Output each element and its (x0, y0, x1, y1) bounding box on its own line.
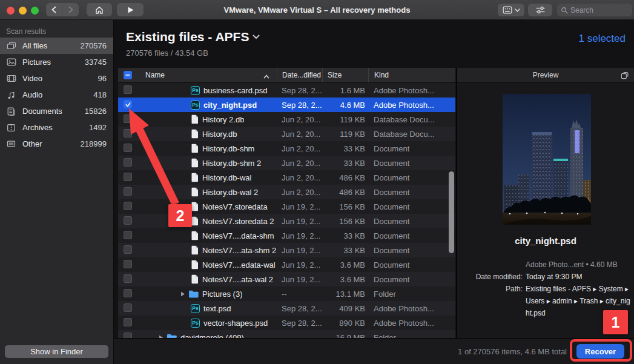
row-checkbox[interactable] (124, 85, 132, 94)
sidebar-item-other[interactable]: Other218999 (0, 136, 113, 152)
preview-filename: city_night.psd (457, 236, 634, 246)
table-header: Name Date...dified Size Kind (118, 68, 455, 83)
selection-summary: 1 of 270576 items, 4.6 MB total (458, 347, 567, 356)
file-count-summary: 270576 files / 43.54 GB (126, 48, 208, 58)
document-file-icon (191, 260, 199, 270)
row-checkbox[interactable] (124, 303, 132, 312)
date-modified-value: Today at 9:30 PM (526, 271, 630, 283)
path-label: Path: (462, 283, 523, 319)
row-checkbox[interactable] (124, 100, 132, 108)
document-file-icon (191, 173, 199, 182)
table-row[interactable]: Pscity_night.psdSep 28, 2...4.6 MBAdobe … (118, 98, 455, 112)
search-field[interactable] (557, 4, 632, 16)
document-file-icon (191, 144, 199, 153)
table-row[interactable]: History 2.dbJun 2, 20...119 KBDatabase D… (118, 112, 455, 127)
recover-button[interactable]: Recover (576, 344, 624, 359)
row-checkbox[interactable] (124, 158, 132, 167)
show-in-finder-button[interactable]: Show in Finder (5, 345, 108, 358)
item-count: 33745 (85, 58, 107, 67)
row-checkbox[interactable] (124, 129, 132, 137)
filter-button[interactable] (528, 4, 552, 16)
table-row[interactable]: NotesV7....data-shmJun 19, 2...33 KBDocu… (118, 228, 455, 243)
chevron-down-icon (253, 35, 260, 39)
table-row[interactable]: Psvector-shapes.psdSep 28, 2...890 KBAdo… (118, 316, 455, 330)
window-titlebar: VMware, VMware Virtual S – All recovery … (0, 0, 634, 20)
city-night-image (503, 94, 591, 225)
folder-icon (167, 334, 177, 339)
row-checkbox[interactable] (124, 318, 132, 326)
row-checkbox[interactable] (124, 114, 132, 123)
sidebar: Scan results All files270576Pictures3374… (0, 20, 114, 364)
item-count: 218999 (81, 139, 107, 148)
scan-session-title-dropdown[interactable]: Existing files - APFS (126, 30, 260, 44)
table-row[interactable]: NotesV7....ata-wal 2Jun 19, 2...3.6 MBDo… (118, 272, 455, 286)
disclosure-triangle-icon[interactable] (180, 291, 185, 297)
column-header-kind[interactable]: Kind (368, 68, 455, 82)
other-icon (7, 139, 17, 148)
chevron-left-icon (51, 6, 57, 13)
table-row[interactable]: davidmorelo (409)--16.9 MBFolder (118, 330, 455, 338)
row-checkbox[interactable] (124, 289, 132, 297)
item-count: 418 (93, 90, 107, 99)
row-checkbox[interactable] (124, 274, 132, 283)
annotation-step-1-badge: 1 (603, 310, 628, 334)
item-count: 96 (98, 74, 107, 83)
table-row[interactable]: History.db-shm 2Jun 2, 20...33 KBDocumen… (118, 156, 455, 170)
sidebar-item-video[interactable]: Video96 (0, 70, 113, 87)
table-row[interactable]: Pictures (3)--13.1 MBFolder (118, 286, 455, 301)
annotation-step-2-badge: 2 (168, 204, 192, 227)
start-scan-button[interactable] (117, 3, 144, 16)
column-header-date-modified[interactable]: Date...dified (277, 68, 322, 82)
table-row[interactable]: Pstext.psdSep 28, 2...409 KBAdobe Photos… (118, 301, 455, 316)
row-checkbox[interactable] (124, 231, 132, 239)
table-row[interactable]: History.dbJun 2, 20...119 KBDatabase Doc… (118, 127, 455, 141)
search-input[interactable] (570, 6, 626, 15)
audio-icon (7, 90, 17, 99)
item-count: 270576 (81, 41, 107, 50)
sidebar-item-pictures[interactable]: Pictures33745 (0, 54, 113, 70)
open-preview-window-icon[interactable] (621, 71, 629, 81)
table-row[interactable]: Psbusiness-card.psdSep 28, 2...1.6 MBAdo… (118, 83, 455, 98)
table-row[interactable]: NotesV7....edata-walJun 19, 2...3.6 MBDo… (118, 257, 455, 272)
forward-button[interactable] (62, 3, 79, 16)
page-title: Existing files - APFS (126, 30, 249, 44)
all-files-icon (7, 41, 17, 50)
row-checkbox[interactable] (124, 173, 132, 181)
sidebar-item-archives[interactable]: Archives1492 (0, 119, 113, 136)
row-checkbox[interactable] (124, 260, 132, 268)
document-file-icon (191, 231, 199, 240)
table-row[interactable]: NotesV7....ata-shm 2Jun 19, 2...33 KBDoc… (118, 243, 455, 257)
table-row[interactable]: History.db-wal 2Jun 2, 20...486 KBDocume… (118, 185, 455, 199)
row-checkbox[interactable] (124, 144, 132, 152)
column-header-size[interactable]: Size (322, 68, 368, 82)
sort-ascending-icon (263, 72, 269, 81)
table-scrollbar-thumb[interactable] (449, 171, 454, 253)
pictures-icon (7, 58, 17, 67)
table-row[interactable]: History.db-shmJun 2, 20...33 KBDocument (118, 141, 455, 156)
sidebar-item-documents[interactable]: Documents15826 (0, 103, 113, 119)
row-checkbox[interactable] (124, 187, 132, 196)
document-file-icon (191, 129, 199, 139)
scan-results-list: All files270576Pictures33745Video96Audio… (0, 38, 113, 152)
row-checkbox[interactable] (124, 333, 132, 339)
sidebar-item-audio[interactable]: Audio418 (0, 87, 113, 103)
home-button[interactable] (87, 3, 112, 16)
row-checkbox[interactable] (124, 216, 132, 225)
view-mode-button[interactable] (498, 4, 524, 16)
column-header-name[interactable]: Name (140, 71, 277, 79)
chevron-down-icon (515, 8, 520, 12)
sidebar-item-all-files[interactable]: All files270576 (0, 38, 113, 54)
back-button[interactable] (46, 3, 62, 16)
row-checkbox[interactable] (124, 245, 132, 254)
psd-file-icon: Ps (191, 304, 200, 313)
psd-file-icon: Ps (191, 319, 200, 328)
nav-button-group (46, 3, 79, 16)
sliders-icon (535, 5, 546, 15)
table-row[interactable]: History.db-walJun 2, 20...486 KBDocument (118, 170, 455, 185)
documents-icon (7, 107, 17, 116)
row-checkbox[interactable] (124, 202, 132, 210)
select-all-checkbox[interactable] (124, 71, 132, 79)
document-file-icon (191, 245, 199, 255)
document-file-icon (191, 187, 199, 197)
indeterminate-icon (125, 72, 131, 78)
